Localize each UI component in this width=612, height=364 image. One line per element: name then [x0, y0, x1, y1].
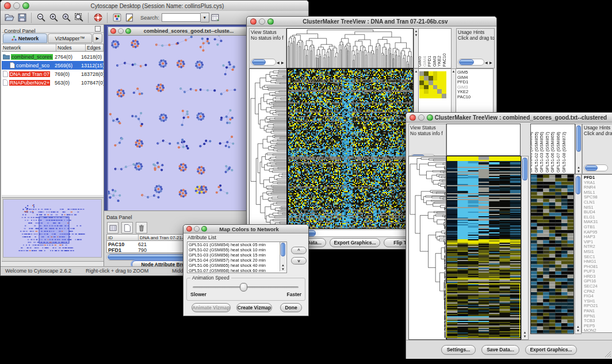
- tv1-column-dendrogram[interactable]: [286, 28, 414, 68]
- dialog-title-bar[interactable]: Map Colors to Network: [183, 225, 308, 233]
- speed-slider-thumb[interactable]: [240, 283, 247, 292]
- tv2-row-dendrogram[interactable]: [408, 156, 446, 340]
- matrix-cell[interactable]: [429, 94, 433, 98]
- zoom-window-icon[interactable]: [125, 28, 131, 34]
- matrix-cell[interactable]: [433, 89, 438, 94]
- close-icon[interactable]: [250, 18, 257, 25]
- matrix-cell[interactable]: [424, 76, 429, 81]
- close-icon[interactable]: [186, 226, 192, 232]
- select-attributes-icon[interactable]: [107, 222, 118, 233]
- close-icon[interactable]: [110, 28, 116, 34]
- attribute-list-scrollbar[interactable]: ▲▼: [280, 242, 286, 271]
- table-row[interactable]: DNA and Tran 07 769(0) 183728(0): [2, 70, 104, 78]
- tv2-column-dendrogram-area[interactable]: [446, 124, 521, 156]
- new-attribute-icon[interactable]: [121, 222, 133, 233]
- zoom-window-icon[interactable]: [267, 18, 274, 25]
- matrix-cell[interactable]: [437, 85, 442, 90]
- tv2-heatmap-vscrollbar[interactable]: ▲▼: [521, 156, 529, 340]
- matrix-cell[interactable]: [424, 81, 429, 85]
- table-row-selected[interactable]: combined_sco 2569(6) 13112(15): [2, 61, 104, 70]
- move-down-button[interactable]: v: [291, 257, 307, 265]
- done-button[interactable]: Done: [280, 303, 302, 312]
- tab-overflow-button[interactable]: ▶: [93, 33, 102, 43]
- minimize-icon[interactable]: [418, 114, 424, 121]
- tv2-labels-vscrollbar[interactable]: ▲▼: [575, 124, 582, 174]
- tab-vizmapper[interactable]: VizMapper™: [48, 33, 92, 43]
- scroll-left-icon[interactable]: ◀: [485, 60, 488, 66]
- matrix-cell[interactable]: [429, 85, 433, 90]
- matrix-cell[interactable]: [429, 89, 433, 94]
- matrix-cell[interactable]: [442, 85, 446, 90]
- tv2-zoom-vscrollbar[interactable]: ▲▼: [575, 174, 582, 334]
- main-title-bar[interactable]: Cytoscape Desktop (Session Name: collins…: [1, 1, 308, 12]
- zoom-window-icon[interactable]: [427, 114, 433, 121]
- minimize-icon[interactable]: [13, 2, 20, 9]
- settings-button[interactable]: Settings...: [441, 345, 476, 355]
- scroll-right-icon[interactable]: ▶: [281, 60, 284, 66]
- export-graphics-button[interactable]: Export Graphics...: [330, 238, 380, 247]
- matrix-cell[interactable]: [424, 85, 429, 90]
- tab-network[interactable]: Network: [3, 33, 47, 43]
- matrix-cell[interactable]: [442, 76, 446, 81]
- attribute-list[interactable]: GPL51-01 (GSM854) heat shock 05 minGPL51…: [187, 242, 287, 273]
- tv1-heatmap[interactable]: [286, 68, 414, 229]
- matrix-cell[interactable]: [419, 76, 424, 81]
- resize-grip-icon[interactable]: [605, 351, 611, 358]
- matrix-cell[interactable]: [437, 81, 442, 85]
- matrix-cell[interactable]: [437, 89, 442, 94]
- matrix-cell[interactable]: [442, 89, 446, 94]
- matrix-cell[interactable]: [424, 89, 429, 94]
- column-header-edges[interactable]: Edges: [86, 44, 104, 52]
- zoom-selected-icon[interactable]: [60, 12, 72, 24]
- tv2-gene-list[interactable]: PFD1YRA1RNR4MSL1SPC98CLN1NIS1BUD4ELG1MAK…: [582, 174, 612, 333]
- matrix-cell[interactable]: [437, 76, 442, 81]
- matrix-cell[interactable]: [429, 81, 433, 85]
- birdseye-view[interactable]: [3, 199, 102, 258]
- treeview1-title-bar[interactable]: ClusterMaker TreeView : DNA and Tran 07-…: [247, 17, 496, 26]
- open-file-icon[interactable]: [3, 12, 15, 24]
- zoom-in-icon[interactable]: [48, 12, 59, 24]
- annotation-icon[interactable]: [124, 12, 135, 24]
- table-row[interactable]: RNAPuberNov2+ 563(0) 107847(0): [2, 78, 104, 87]
- matrix-cell[interactable]: [442, 81, 446, 85]
- scroll-left-icon[interactable]: ◀: [277, 60, 280, 66]
- tv1-status-scrollbar[interactable]: [251, 59, 276, 66]
- treeview2-title-bar[interactable]: ClusterMaker TreeView : combined_scores_…: [406, 113, 612, 122]
- minimize-icon[interactable]: [259, 18, 265, 25]
- matrix-cell[interactable]: [433, 94, 438, 98]
- matrix-cell[interactable]: [419, 94, 424, 98]
- matrix-cell[interactable]: [419, 81, 424, 85]
- column-header-network[interactable]: Network: [2, 44, 56, 52]
- matrix-cell[interactable]: [437, 71, 442, 76]
- matrix-cell[interactable]: [419, 85, 424, 90]
- column-header-id[interactable]: ID: [107, 235, 139, 241]
- matrix-cell[interactable]: [429, 71, 433, 76]
- save-icon[interactable]: [16, 12, 28, 24]
- matrix-cell[interactable]: [433, 81, 438, 85]
- matrix-cell[interactable]: [433, 76, 438, 81]
- matrix-cell[interactable]: [424, 71, 429, 76]
- zoom-fit-icon[interactable]: [73, 12, 85, 24]
- save-data-button[interactable]: Save Data...: [481, 345, 519, 355]
- network-frame[interactable]: combined_scores_good.txt--cluste...: [107, 26, 247, 213]
- tv2-zoom-heatmap[interactable]: [530, 174, 574, 334]
- tv1-row-dendrogram[interactable]: [249, 68, 287, 229]
- zoom-out-icon[interactable]: [35, 12, 47, 24]
- matrix-cell[interactable]: [433, 85, 438, 90]
- matrix-cell[interactable]: [419, 89, 424, 94]
- export-graphics-button[interactable]: Export Graphics...: [525, 345, 577, 355]
- similarity-matrix[interactable]: [419, 71, 446, 98]
- delete-attribute-icon[interactable]: [136, 222, 147, 233]
- matrix-cell[interactable]: [419, 71, 424, 76]
- zoom-window-icon[interactable]: [201, 226, 207, 232]
- matrix-cell[interactable]: [437, 94, 442, 98]
- tv2-hints-scrollbar[interactable]: [584, 164, 608, 171]
- float-panel-icon[interactable]: [95, 26, 101, 32]
- minimize-icon[interactable]: [194, 226, 200, 232]
- help-lifering-icon[interactable]: [92, 12, 104, 24]
- matrix-cell[interactable]: [429, 76, 433, 81]
- minimize-icon[interactable]: [118, 28, 124, 34]
- matrix-cell[interactable]: [442, 94, 446, 98]
- matrix-cell[interactable]: [433, 71, 438, 76]
- column-header-nodes[interactable]: Nodes: [56, 44, 86, 52]
